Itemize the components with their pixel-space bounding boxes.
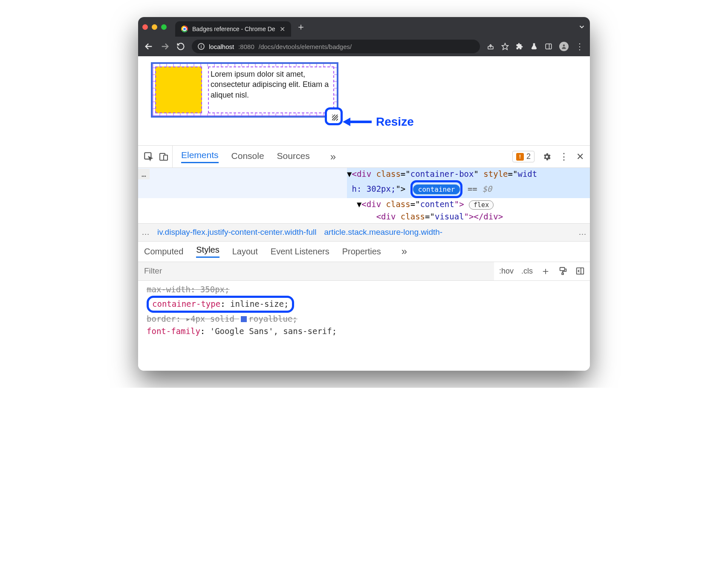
t: royalblue; <box>248 314 297 323</box>
t: <div <box>361 199 386 209</box>
labs-icon[interactable] <box>530 43 538 50</box>
reload-button[interactable] <box>176 42 185 51</box>
share-icon[interactable] <box>487 43 494 50</box>
url-path: /docs/devtools/elements/badges/ <box>259 43 352 50</box>
styles-filter-input[interactable] <box>138 262 494 280</box>
kebab-icon[interactable]: ⋮ <box>559 151 569 162</box>
svg-rect-13 <box>562 273 563 275</box>
t: max-width <box>147 285 191 294</box>
ellipsis-icon[interactable]: … <box>138 169 150 179</box>
menu-icon[interactable]: ⋮ <box>575 41 584 52</box>
dom-row-container-box[interactable]: ▼<div class="container-box" style="widt <box>347 168 590 180</box>
rule-container-type[interactable]: container-type: inline-size; <box>147 296 581 312</box>
close-devtools-icon[interactable]: ✕ <box>576 151 584 162</box>
toggle-sidebar-icon[interactable] <box>575 266 585 276</box>
subtab-computed[interactable]: Computed <box>144 247 183 257</box>
dom-row-content[interactable]: ▼<div class="content"> flex <box>347 198 590 210</box>
crumb-right[interactable]: article.stack.measure-long.width- <box>324 228 442 237</box>
t: style <box>483 169 508 179</box>
maximize-window-icon[interactable] <box>161 24 167 30</box>
svg-rect-4 <box>546 44 552 49</box>
issues-button[interactable]: !2 <box>512 151 534 162</box>
resize-annotation: Resize <box>343 115 414 129</box>
t: =" <box>425 212 435 221</box>
chrome-icon <box>181 26 188 32</box>
styles-subtabs: Computed Styles Layout Event Listeners P… <box>138 242 590 262</box>
browser-tab[interactable]: Badges reference - Chrome De ✕ <box>175 21 291 37</box>
dom-row-visual[interactable]: <div class="visual"></div> <box>347 210 590 223</box>
t: == <box>462 184 482 193</box>
tab-console[interactable]: Console <box>231 151 264 163</box>
page-preview: Lorem ipsum dolor sit amet, consectetur … <box>138 56 590 146</box>
settings-icon[interactable] <box>542 152 552 161</box>
close-tab-icon[interactable]: ✕ <box>280 25 285 33</box>
hov-toggle[interactable]: :hov <box>499 267 514 276</box>
dom-tree[interactable]: … ▼<div class="container-box" style="wid… <box>138 168 590 224</box>
t: "> <box>396 184 405 193</box>
forward-button[interactable] <box>160 42 170 51</box>
subtab-layout[interactable]: Layout <box>232 247 258 257</box>
browser-window: Badges reference - Chrome De ✕ ＋ i local… <box>138 17 590 371</box>
subtab-properties[interactable]: Properties <box>342 247 381 257</box>
rule-font-family[interactable]: font-family: 'Google Sans', sans-serif; <box>147 325 581 337</box>
t: class <box>401 212 425 221</box>
svg-rect-11 <box>164 155 168 160</box>
url-field[interactable]: i localhost:8080/docs/devtools/elements/… <box>192 40 480 53</box>
more-tabs-icon[interactable]: » <box>330 151 336 163</box>
crumb-ellipsis-left[interactable]: … <box>142 228 150 237</box>
t: 'Google Sans', sans-serif; <box>205 326 337 336</box>
tabs-chevron-icon[interactable] <box>578 23 586 31</box>
t: font-family <box>147 326 200 336</box>
tab-sources[interactable]: Sources <box>277 151 310 163</box>
t: <div <box>376 212 401 221</box>
container-badge-highlight: container <box>410 180 463 198</box>
dom-breadcrumbs[interactable]: … iv.display-flex.justify-content-center… <box>138 224 590 242</box>
new-tab-button[interactable]: ＋ <box>296 20 306 33</box>
svg-marker-8 <box>343 118 350 126</box>
paint-icon[interactable] <box>558 266 568 276</box>
color-swatch-icon[interactable] <box>241 316 247 322</box>
device-toggle-icon[interactable] <box>159 152 169 162</box>
rule-max-width[interactable]: max-width: 350px; <box>147 283 581 296</box>
t: " <box>474 169 483 179</box>
issues-count: 2 <box>526 152 531 161</box>
t: visual <box>435 212 464 221</box>
traffic-lights <box>142 24 167 30</box>
t: "></div> <box>464 212 503 221</box>
subtab-event-listeners[interactable]: Event Listeners <box>271 247 329 257</box>
profile-avatar[interactable] <box>559 42 569 51</box>
url-host: localhost <box>209 43 234 50</box>
inspect-icon[interactable] <box>143 151 154 162</box>
svg-rect-12 <box>560 268 565 271</box>
more-subtabs-icon[interactable]: » <box>402 245 407 257</box>
t: container-type <box>152 299 220 308</box>
titlebar: Badges reference - Chrome De ✕ ＋ <box>138 17 590 37</box>
new-style-rule-icon[interactable]: ＋ <box>540 264 551 278</box>
css-rules[interactable]: max-width: 350px; container-type: inline… <box>138 281 590 340</box>
site-info-icon[interactable]: i <box>198 43 205 50</box>
dom-row-container-box-2[interactable]: h: 302px;"> container == $0 <box>347 180 590 198</box>
t: =" <box>410 199 420 209</box>
bookmark-star-icon[interactable] <box>501 43 509 50</box>
subtab-styles[interactable]: Styles <box>196 245 219 258</box>
container-badge[interactable]: container <box>413 184 460 194</box>
flex-badge[interactable]: flex <box>469 200 494 210</box>
visual-box <box>155 66 202 113</box>
devtools: Elements Console Sources » !2 ⋮ ✕ … ▼<di… <box>138 146 590 371</box>
cls-toggle[interactable]: .cls <box>521 267 533 276</box>
close-window-icon[interactable] <box>142 24 148 30</box>
rule-border[interactable]: border: ▸4px solid royalblue; <box>147 313 581 325</box>
address-bar: i localhost:8080/docs/devtools/elements/… <box>138 37 590 56</box>
tab-elements[interactable]: Elements <box>181 150 219 163</box>
panel-icon[interactable] <box>545 43 552 50</box>
resize-handle[interactable] <box>325 107 343 125</box>
back-button[interactable] <box>144 42 153 51</box>
crumb-left[interactable]: iv.display-flex.justify-content-center.w… <box>157 228 316 237</box>
container-box-preview[interactable]: Lorem ipsum dolor sit amet, consectetur … <box>151 62 338 118</box>
extensions-icon[interactable] <box>516 43 523 50</box>
t: 350px; <box>195 285 229 294</box>
t: inline-size; <box>225 299 289 308</box>
minimize-window-icon[interactable] <box>152 24 157 30</box>
t: "> <box>454 199 464 209</box>
crumb-ellipsis-right[interactable]: … <box>578 228 586 237</box>
